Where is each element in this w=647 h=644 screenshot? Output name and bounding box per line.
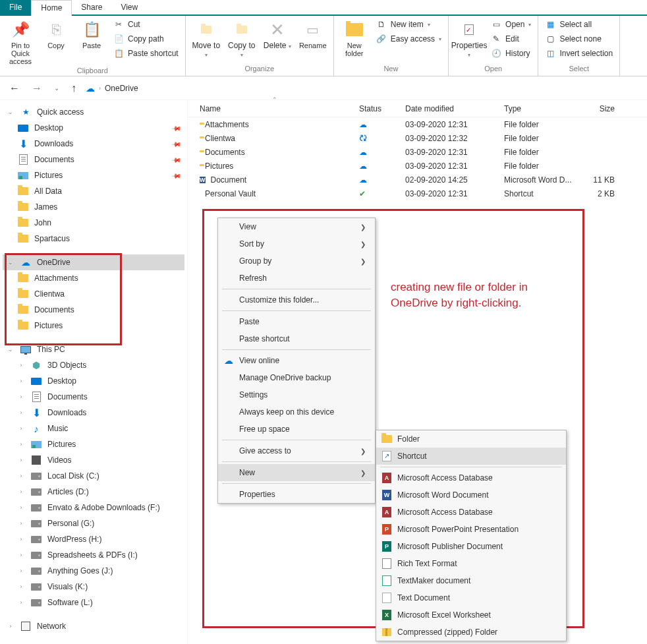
ctx-refresh[interactable]: Refresh [218, 270, 375, 287]
ctx-new[interactable]: New❯ [218, 464, 375, 481]
col-size[interactable]: Size [583, 104, 623, 113]
nav-item[interactable]: James [3, 199, 184, 215]
col-status[interactable]: Status [359, 104, 405, 113]
nav-item[interactable]: › Spreadsheets & PDFs (I:) [3, 547, 184, 563]
nav-item[interactable]: › Visuals (K:) [3, 579, 184, 595]
nav-quick-access[interactable]: ⌄★ Quick access [3, 104, 184, 120]
nav-up-button[interactable]: ↑ [69, 81, 79, 96]
rename-button[interactable]: ▭Rename [296, 18, 329, 49]
nav-back-button[interactable]: ← [7, 81, 22, 96]
copy-path-button[interactable]: 📄Copy path [111, 32, 181, 45]
nav-item[interactable]: › Anything Goes (J:) [3, 563, 184, 579]
ctx-view[interactable]: View❯ [218, 218, 375, 235]
nav-item[interactable]: › Videos [3, 452, 184, 468]
ctx-customize[interactable]: Customize this folder... [218, 291, 375, 308]
sub-rtf[interactable]: Rich Text Format [376, 555, 566, 572]
nav-item[interactable]: Attachments [3, 270, 184, 286]
nav-item[interactable]: Spartacus [3, 231, 184, 247]
sub-access-db-2[interactable]: AMicrosoft Access Database [376, 504, 566, 521]
copy-button[interactable]: ⎘ Copy [40, 18, 72, 49]
column-headers[interactable]: ⌃ Name Status Date modified Type Size [188, 100, 647, 117]
breadcrumb-item[interactable]: OneDrive [105, 84, 138, 93]
nav-item[interactable]: › Envato & Adobe Downloads (F:) [3, 500, 184, 515]
nav-item[interactable]: › Personal (G:) [3, 515, 184, 531]
nav-item[interactable]: › Articles (D:) [3, 484, 184, 500]
tab-view[interactable]: View [111, 0, 147, 15]
ctx-group-by[interactable]: Group by❯ [218, 252, 375, 270]
ctx-free-up[interactable]: Free up space [218, 421, 375, 438]
nav-item[interactable]: › WordPress (H:) [3, 531, 184, 547]
sub-textmaker[interactable]: TextMaker document [376, 572, 566, 589]
sub-text[interactable]: Text Document [376, 589, 566, 606]
file-row[interactable]: Clientwa 🗘 03-09-2020 12:32 File folder [188, 131, 647, 145]
ctx-sort-by[interactable]: Sort by❯ [218, 235, 375, 252]
file-row[interactable]: Pictures ☁ 03-09-2020 12:31 File folder [188, 159, 647, 173]
ctx-settings[interactable]: Settings [218, 386, 375, 403]
nav-item[interactable]: › Local Disk (C:) [3, 468, 184, 484]
nav-item[interactable]: › Pictures [3, 436, 184, 452]
open-button[interactable]: ▭Open ▾ [488, 18, 534, 31]
nav-item[interactable]: › ♪ Music [3, 421, 184, 436]
easy-access-button[interactable]: 🔗Easy access ▾ [374, 32, 444, 45]
nav-item[interactable]: Desktop📌 [3, 120, 184, 136]
tab-file[interactable]: File [0, 0, 31, 15]
nav-item[interactable]: › ⬇ Downloads [3, 405, 184, 421]
ctx-properties[interactable]: Properties [218, 486, 375, 503]
file-row[interactable]: Personal Vault ✔ 03-09-2020 12:31 Shortc… [188, 187, 647, 200]
properties-button[interactable]: Properties ▾ [453, 18, 486, 59]
copy-to-button[interactable]: Copy to ▾ [225, 18, 258, 59]
sub-shortcut[interactable]: Shortcut [376, 448, 566, 465]
new-folder-button[interactable]: New folder [338, 18, 371, 57]
new-item-button[interactable]: 🗋New item ▾ [374, 18, 444, 31]
nav-item[interactable]: › Desktop [3, 373, 184, 389]
nav-forward-button[interactable]: → [29, 81, 45, 96]
file-row[interactable]: Documents ☁ 03-09-2020 12:31 File folder [188, 145, 647, 159]
select-none-button[interactable]: ▢Select none [542, 32, 615, 45]
nav-item[interactable]: Pictures📌 [3, 167, 184, 183]
sub-powerpoint[interactable]: PMicrosoft PowerPoint Presentation [376, 521, 566, 538]
tab-home[interactable]: Home [31, 0, 72, 16]
paste-button[interactable]: 📋 Paste [75, 18, 108, 49]
tab-share[interactable]: Share [72, 0, 111, 15]
nav-item[interactable]: › Documents [3, 389, 184, 405]
history-button[interactable]: 🕘History [488, 47, 534, 60]
nav-item[interactable]: Documents📌 [3, 152, 184, 167]
ctx-view-online[interactable]: ☁View online [218, 352, 375, 369]
cut-button[interactable]: ✂Cut [111, 18, 181, 31]
sub-folder[interactable]: Folder [376, 430, 566, 448]
invert-selection-button[interactable]: ◫Invert selection [542, 47, 615, 60]
nav-network[interactable]: › Network [3, 618, 184, 634]
edit-button[interactable]: ✎Edit [488, 32, 534, 45]
sub-word[interactable]: WMicrosoft Word Document [376, 486, 566, 504]
delete-button[interactable]: ✕Delete ▾ [261, 18, 294, 50]
nav-item[interactable]: Pictures [3, 318, 184, 334]
nav-item[interactable]: All Data [3, 183, 184, 199]
select-all-button[interactable]: ▦Select all [542, 18, 615, 31]
nav-item[interactable]: John [3, 215, 184, 231]
ctx-manage-backup[interactable]: Manage OneDrive backup [218, 369, 375, 386]
col-type[interactable]: Type [504, 104, 583, 113]
nav-item[interactable]: Documents [3, 302, 184, 318]
ctx-always-keep[interactable]: Always keep on this device [218, 403, 375, 421]
group-label-new: New [383, 63, 398, 74]
move-to-button[interactable]: Move to ▾ [190, 18, 223, 59]
nav-item[interactable]: › Software (L:) [3, 595, 184, 610]
breadcrumb[interactable]: ☁ › OneDrive [86, 83, 138, 94]
col-date[interactable]: Date modified [405, 104, 504, 113]
nav-item[interactable]: Clientwa [3, 286, 184, 302]
nav-recent-button[interactable]: ⌄ [51, 83, 62, 93]
pin-to-quick-access-button[interactable]: 📌 Pin to Quick access [4, 18, 37, 65]
file-row[interactable]: Attachments ☁ 03-09-2020 12:31 File fold… [188, 117, 647, 131]
nav-this-pc[interactable]: ⌄ This PC [3, 341, 184, 357]
sub-zip[interactable]: Compressed (zipped) Folder [376, 624, 566, 641]
sub-excel[interactable]: XMicrosoft Excel Worksheet [376, 606, 566, 624]
file-row[interactable]: WDocument ☁ 02-09-2020 14:25 Microsoft W… [188, 173, 647, 187]
sub-publisher[interactable]: PMicrosoft Publisher Document [376, 538, 566, 555]
ctx-give-access[interactable]: Give access to❯ [218, 442, 375, 459]
nav-item[interactable]: › ⬢ 3D Objects [3, 357, 184, 373]
paste-shortcut-button[interactable]: 📋Paste shortcut [111, 47, 181, 60]
nav-item[interactable]: ⬇ Downloads📌 [3, 136, 184, 152]
nav-onedrive[interactable]: ⌄☁ OneDrive [3, 254, 184, 270]
sub-access-db[interactable]: AMicrosoft Access Database [376, 469, 566, 486]
col-name[interactable]: Name [188, 104, 359, 113]
